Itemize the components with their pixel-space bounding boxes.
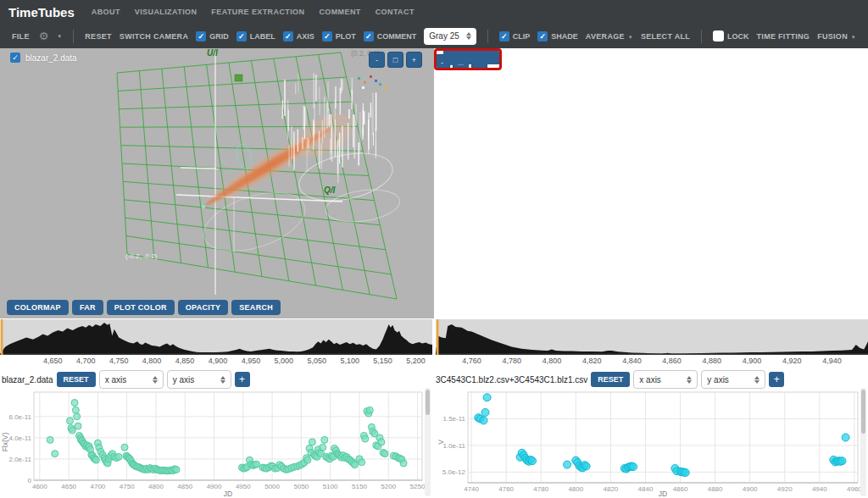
data-point[interactable] [529, 457, 537, 465]
nav-comment[interactable]: COMMENT [319, 8, 360, 16]
data-point[interactable] [362, 435, 369, 442]
timeline-tick: 4,950 [242, 357, 261, 365]
scrollbar-thumb[interactable] [861, 390, 865, 434]
x-tick: 5150 [352, 483, 367, 490]
data-point[interactable] [173, 467, 180, 473]
select-all-button[interactable]: SELECT ALL [641, 32, 690, 41]
checkbox-grid[interactable]: ✓GRID [196, 31, 229, 42]
zoom-reset-button[interactable]: □ [387, 52, 403, 68]
tool-opacity[interactable]: OPACITY [178, 300, 228, 315]
data-point[interactable] [682, 469, 689, 477]
zoom-out-button[interactable]: - [369, 52, 385, 68]
data-point[interactable] [115, 453, 122, 460]
data-point[interactable] [321, 436, 328, 443]
data-point[interactable] [564, 461, 571, 468]
timeline-histogram-right[interactable]: 4,7604,7804,8004,8204,8404,8604,8804,900… [436, 319, 868, 355]
reset-button[interactable]: RESET [591, 372, 630, 387]
checkbox-axis[interactable]: ✓AXIS [283, 31, 314, 42]
data-point[interactable] [67, 418, 74, 424]
colormap-select[interactable]: Gray 25 [424, 28, 476, 45]
scrollbar-thumb[interactable] [426, 390, 430, 415]
checkbox-plot[interactable]: ✓PLOT [322, 31, 356, 42]
nav-visualization[interactable]: VISUALIZATION [135, 8, 198, 16]
nav-about[interactable]: ABOUT [92, 8, 120, 16]
scrollbar[interactable] [860, 388, 866, 496]
x-axis-value: x axis [639, 375, 661, 385]
data-point[interactable] [481, 408, 489, 416]
x-axis-select[interactable]: x axis [633, 370, 698, 389]
tool-plot-color[interactable]: PLOT COLOR [107, 300, 175, 315]
data-point[interactable] [253, 461, 260, 468]
data-point[interactable] [320, 444, 326, 451]
time-fitting-button[interactable]: TIME FITTING [757, 32, 810, 41]
data-point[interactable] [842, 434, 849, 441]
viewport-blazar2: U/I (0.2, 0.2) Q/I (-0.2, -0.2) ✓ blazar… [0, 48, 434, 318]
checkbox-shade[interactable]: ✓ SHADE [537, 31, 578, 42]
timeline-tick: 4,900 [209, 357, 228, 365]
data-point[interactable] [121, 444, 128, 451]
y-tick: 4.0e-11 [8, 434, 31, 442]
data-point[interactable] [352, 462, 359, 468]
add-plot-button[interactable]: + [235, 372, 250, 387]
check-icon[interactable]: ✓ [10, 53, 20, 63]
reset-button[interactable]: RESET [57, 372, 96, 387]
data-point[interactable] [75, 423, 81, 429]
x-axis-select[interactable]: x axis [99, 370, 164, 389]
x-tick: 4820 [603, 485, 618, 493]
data-point[interactable] [378, 439, 385, 445]
reset-button[interactable]: RESET [85, 32, 112, 41]
data-point[interactable] [304, 456, 311, 463]
data-point[interactable] [74, 413, 81, 420]
data-point[interactable] [630, 463, 637, 471]
checkbox-label[interactable]: ✓LABEL [236, 31, 275, 42]
zoom-controls: - □ + [369, 52, 422, 68]
y-tick: 5.0e-12 [442, 468, 466, 476]
scrollbar[interactable] [425, 388, 431, 496]
data-point[interactable] [381, 451, 388, 457]
data-point[interactable] [92, 456, 99, 463]
x-tick: 4800 [148, 483, 164, 490]
data-point[interactable] [359, 459, 365, 466]
data-point[interactable] [69, 427, 75, 434]
average-menu[interactable]: AVERAGE ▼ [586, 32, 633, 41]
data-point[interactable] [309, 439, 315, 445]
timeline-tick: 5,000 [275, 357, 294, 365]
tool-colormap[interactable]: COLORMAP [443, 48, 502, 64]
file-menu[interactable]: FILE [12, 32, 30, 41]
switch-camera-button[interactable]: SWITCH CAMERA [120, 32, 188, 41]
scatter-chart-right[interactable]: 4740476047804800482048404860488049004920… [434, 390, 868, 498]
gear-icon[interactable]: ⚙ [39, 30, 49, 42]
scatter-chart-left[interactable]: 4600465047004750480048504900495050005050… [0, 390, 434, 498]
nav-contact[interactable]: CONTACT [376, 8, 415, 16]
time-cursor[interactable] [437, 319, 439, 355]
timeline-tick: 4,840 [622, 357, 642, 365]
comment-markers [358, 75, 387, 89]
data-point[interactable] [400, 460, 407, 467]
tube-view-left[interactable]: U/I (0.2, 0.2) Q/I (-0.2, -0.2) [0, 48, 434, 318]
tool-far[interactable]: FAR [72, 300, 103, 315]
data-point[interactable] [71, 400, 78, 407]
data-point[interactable] [582, 462, 590, 470]
y-axis-select[interactable]: y axis [167, 370, 231, 389]
data-point[interactable] [366, 407, 373, 413]
data-point[interactable] [52, 451, 58, 457]
data-point[interactable] [72, 407, 79, 413]
data-point[interactable] [483, 394, 491, 401]
checkbox-clip[interactable]: ✓ CLIP [499, 31, 531, 42]
fusion-menu[interactable]: FUSION ▼ [817, 32, 856, 41]
y-axis-select[interactable]: y axis [701, 370, 765, 389]
chevron-down-icon[interactable]: ▼ [57, 34, 62, 39]
tool-colormap[interactable]: COLORMAP [7, 300, 69, 315]
data-point[interactable] [838, 457, 846, 465]
data-point[interactable] [480, 417, 487, 424]
time-cursor[interactable] [1, 319, 3, 355]
nav-feature-extraction[interactable]: FEATURE EXTRACTION [211, 8, 304, 16]
timeline-histogram-left[interactable]: 4,6504,7004,7504,8004,8504,9004,9505,000… [0, 319, 432, 355]
add-plot-button[interactable]: + [769, 372, 784, 387]
data-point[interactable] [47, 436, 53, 443]
checkbox-lock[interactable]: LOCK [713, 30, 749, 42]
checkbox-comment[interactable]: ✓COMMENT [364, 31, 417, 42]
gridline [118, 77, 346, 91]
zoom-in-button[interactable]: + [406, 52, 422, 68]
tool-search[interactable]: SEARCH [231, 300, 281, 315]
